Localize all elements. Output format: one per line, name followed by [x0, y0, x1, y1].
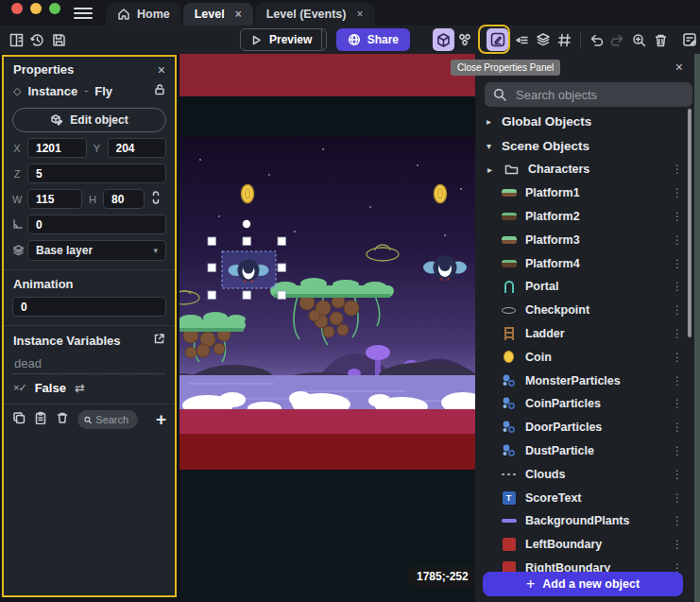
tab-level-events[interactable]: Level (Events) × — [255, 3, 375, 26]
item-menu-icon[interactable]: ⋮ — [666, 397, 689, 410]
main-menu-icon[interactable] — [74, 0, 93, 26]
portal-icon — [501, 281, 517, 293]
toggle-value-icon[interactable]: ⇄ — [75, 381, 85, 395]
item-menu-icon[interactable]: ⋮ — [666, 468, 689, 481]
tab-home[interactable]: Home — [106, 3, 181, 26]
tab-level[interactable]: Level × — [183, 3, 253, 26]
text-object-icon: T — [501, 491, 517, 505]
layer-row: Base layer ▾ — [12, 240, 166, 261]
unlock-icon[interactable] — [153, 82, 165, 99]
object-item-checkpoint[interactable]: Checkpoint ⋮ — [475, 299, 694, 322]
close-tab-icon[interactable]: × — [235, 8, 242, 21]
add-new-object-button[interactable]: + Add a new object — [483, 572, 683, 596]
projects-panel-icon[interactable] — [6, 28, 27, 51]
close-tab-icon[interactable]: × — [356, 8, 363, 21]
save-icon[interactable] — [48, 28, 70, 51]
variables-search[interactable] — [77, 410, 138, 429]
variables-search-input[interactable] — [95, 414, 131, 425]
close-objects-panel-icon[interactable]: × — [674, 60, 685, 75]
object-item-portal[interactable]: Portal ⋮ — [475, 275, 694, 299]
animation-row — [12, 297, 166, 317]
object-item-coin[interactable]: Coin ⋮ — [475, 345, 694, 369]
add-variable-button[interactable]: + — [156, 413, 166, 426]
delete-icon[interactable] — [650, 28, 672, 51]
edit-properties-icon[interactable] — [487, 28, 508, 51]
object-item-platform2[interactable]: Platform2 ⋮ — [475, 205, 694, 229]
variable-name[interactable]: dead — [13, 353, 165, 374]
maximize-window-button[interactable] — [49, 3, 60, 14]
preview-dropdown-icon[interactable]: ▾ — [321, 29, 326, 50]
object-item-leftboundary[interactable]: LeftBoundary ⋮ — [475, 533, 694, 557]
item-menu-icon[interactable]: ⋮ — [666, 514, 689, 527]
instances-list-icon[interactable] — [511, 28, 533, 51]
item-menu-icon[interactable]: ⋮ — [666, 421, 689, 434]
item-menu-icon[interactable]: ⋮ — [666, 491, 689, 505]
object-item-doorparticles[interactable]: DoorParticles ⋮ — [475, 416, 694, 439]
instance-name: Fly — [94, 84, 112, 98]
share-button[interactable]: Share — [336, 28, 410, 51]
item-menu-icon[interactable]: ⋮ — [666, 163, 689, 176]
group-scene-objects[interactable]: ▾ Scene Objects — [475, 133, 694, 158]
zoom-in-icon[interactable] — [628, 28, 650, 51]
preview-button-label: Preview — [269, 33, 312, 46]
object-item-ladder[interactable]: Ladder ⋮ — [475, 322, 694, 346]
close-window-button[interactable] — [11, 3, 23, 14]
object-item-clouds[interactable]: Clouds ⋮ — [475, 462, 694, 486]
item-menu-icon[interactable]: ⋮ — [666, 538, 689, 551]
home-icon — [117, 8, 130, 21]
width-input[interactable] — [27, 189, 82, 209]
history-icon[interactable] — [27, 28, 49, 51]
layers-icon[interactable] — [533, 28, 555, 51]
minimize-window-button[interactable] — [30, 3, 42, 14]
layer-select[interactable]: Base layer ▾ — [27, 240, 166, 261]
object-item-coinparticles[interactable]: CoinParticles ⋮ — [475, 392, 694, 416]
edit-object-button[interactable]: Edit object — [12, 108, 166, 132]
preview-button[interactable]: Preview ▾ — [240, 28, 327, 51]
objects-search-input[interactable] — [514, 87, 684, 103]
paste-icon[interactable] — [34, 411, 47, 428]
y-input[interactable] — [108, 138, 167, 158]
group-global-objects[interactable]: ▸ Global Objects — [475, 109, 694, 133]
objects-search[interactable] — [485, 82, 692, 107]
open-variables-editor-icon[interactable] — [153, 333, 165, 348]
copy-icon[interactable] — [12, 411, 26, 428]
object-item-scoretext[interactable]: T ScoreText ⋮ — [475, 486, 694, 509]
angle-input[interactable] — [27, 215, 166, 234]
undo-icon[interactable] — [586, 28, 607, 51]
scene-canvas[interactable]: 1785;-252 — [179, 54, 475, 602]
objects-groups-icon[interactable] — [454, 28, 476, 51]
item-menu-icon[interactable]: ⋮ — [666, 210, 689, 223]
item-menu-icon[interactable]: ⋮ — [666, 444, 689, 457]
item-menu-icon[interactable]: ⋮ — [666, 233, 689, 247]
height-input[interactable] — [103, 189, 145, 209]
x-input[interactable] — [27, 138, 87, 158]
item-menu-icon[interactable]: ⋮ — [666, 257, 689, 270]
object-item-monsterparticles[interactable]: MonsterParticles ⋮ — [475, 369, 694, 392]
notes-icon[interactable] — [678, 28, 700, 51]
item-menu-icon[interactable]: ⋮ — [666, 351, 689, 364]
toggle-3d-view-icon[interactable] — [433, 28, 454, 51]
animation-input[interactable] — [12, 297, 166, 317]
redo-icon[interactable] — [606, 28, 628, 51]
object-item-platform4[interactable]: Platform4 ⋮ — [475, 251, 694, 275]
properties-panel: Properties × ◇ Instance - Fly Edit objec… — [2, 55, 177, 597]
item-menu-icon[interactable]: ⋮ — [666, 186, 689, 199]
objects-scrollbar[interactable] — [688, 109, 691, 337]
object-item-dustparticle[interactable]: DustParticle ⋮ — [475, 439, 694, 463]
trash-icon[interactable] — [56, 411, 69, 428]
item-menu-icon[interactable]: ⋮ — [666, 303, 689, 317]
lock-ratio-icon[interactable] — [150, 191, 162, 208]
item-menu-icon[interactable]: ⋮ — [666, 327, 689, 340]
checkpoint-icon — [501, 307, 517, 314]
object-item-backgroundplants[interactable]: BackgroundPlants ⋮ — [475, 509, 694, 533]
variable-value[interactable]: False — [35, 381, 66, 395]
close-properties-icon[interactable]: × — [156, 62, 167, 77]
grid-icon[interactable] — [554, 28, 575, 51]
object-item-characters[interactable]: ▸ Characters ⋮ — [475, 158, 694, 181]
object-item-platform1[interactable]: Platform1 ⋮ — [475, 181, 694, 205]
item-menu-icon[interactable]: ⋮ — [666, 374, 689, 387]
rotation-handle[interactable] — [243, 220, 250, 228]
item-menu-icon[interactable]: ⋮ — [666, 280, 689, 293]
z-input[interactable] — [27, 163, 166, 183]
object-item-platform3[interactable]: Platform3 ⋮ — [475, 228, 694, 251]
